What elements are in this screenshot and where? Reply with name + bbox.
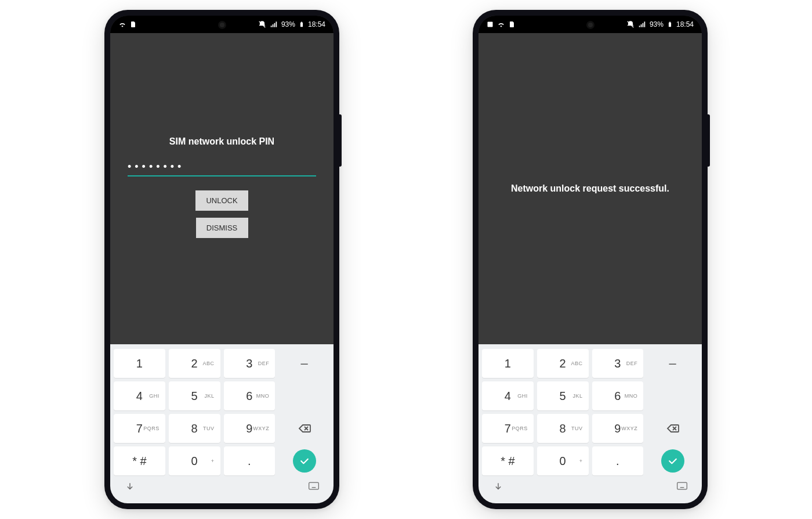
- screen: 93% 18:54 SIM network unlock PIN UNLOCK …: [110, 16, 334, 503]
- key-backspace[interactable]: [278, 414, 330, 443]
- key-1[interactable]: 1: [114, 349, 165, 378]
- status-left: [118, 20, 137, 28]
- key-dash[interactable]: –: [647, 349, 698, 378]
- key-9[interactable]: 9WXYZ: [592, 414, 644, 443]
- key-1[interactable]: 1: [482, 349, 534, 378]
- front-camera: [220, 23, 224, 27]
- screen: 93% 18:54 Network unlock request success…: [478, 16, 702, 503]
- unlock-prompt: SIM network unlock PIN UNLOCK DISMISS: [110, 33, 334, 344]
- clock: 18:54: [308, 20, 325, 28]
- status-right: 93% 18:54: [258, 20, 325, 28]
- key-7[interactable]: 7PQRS: [482, 414, 534, 443]
- numeric-keyboard: 12ABC3DEF–4GHI5JKL6MNO7PQRS8TUV9WXYZ* #0…: [478, 344, 702, 503]
- key-blank: [647, 381, 698, 410]
- key-6[interactable]: 6MNO: [592, 381, 644, 410]
- battery-percent: 93%: [650, 20, 664, 28]
- key-submit[interactable]: [293, 449, 316, 473]
- key-0[interactable]: 0+: [537, 446, 589, 475]
- key-4[interactable]: 4GHI: [482, 381, 534, 410]
- key-9[interactable]: 9WXYZ: [224, 414, 276, 443]
- key-[interactable]: .: [224, 446, 276, 475]
- wifi-icon: [497, 20, 505, 28]
- key-2[interactable]: 2ABC: [537, 349, 589, 378]
- battery-icon: [667, 20, 673, 28]
- success-message: Network unlock request successful.: [511, 183, 669, 194]
- collapse-keyboard-icon[interactable]: [124, 481, 136, 495]
- key-7[interactable]: 7PQRS: [114, 414, 165, 443]
- signal-icon: [638, 20, 646, 28]
- key-2[interactable]: 2ABC: [169, 349, 220, 378]
- key-[interactable]: * #: [114, 446, 165, 475]
- signal-icon: [270, 20, 278, 28]
- key-3[interactable]: 3DEF: [224, 349, 276, 378]
- prompt-title: SIM network unlock PIN: [169, 136, 274, 147]
- check-icon: [299, 455, 310, 467]
- phone-right: 93% 18:54 Network unlock request success…: [473, 10, 708, 509]
- dismiss-button[interactable]: DISMISS: [196, 218, 248, 238]
- key-0[interactable]: 0+: [169, 446, 220, 475]
- front-camera: [588, 23, 593, 27]
- svg-rect-4: [309, 482, 319, 489]
- svg-rect-10: [488, 22, 493, 27]
- unlock-button[interactable]: UNLOCK: [195, 190, 248, 211]
- pin-input[interactable]: [128, 158, 316, 176]
- key-blank: [278, 381, 330, 410]
- success-prompt: Network unlock request successful.: [478, 33, 702, 344]
- battery-percent: 93%: [281, 20, 295, 28]
- key-5[interactable]: 5JKL: [537, 381, 589, 410]
- key-[interactable]: * #: [482, 446, 534, 475]
- sim-icon: [509, 20, 516, 28]
- key-4[interactable]: 4GHI: [114, 381, 165, 410]
- key-8[interactable]: 8TUV: [169, 414, 220, 443]
- sim-icon: [130, 20, 137, 28]
- image-icon: [487, 21, 494, 28]
- keyboard-settings-icon[interactable]: [676, 481, 688, 495]
- key-backspace[interactable]: [647, 414, 698, 443]
- svg-rect-15: [677, 482, 687, 489]
- battery-icon: [299, 20, 304, 28]
- key-6[interactable]: 6MNO: [224, 381, 276, 410]
- clock: 18:54: [676, 20, 694, 28]
- numeric-keyboard: 12ABC3DEF–4GHI5JKL6MNO7PQRS8TUV9WXYZ* #0…: [110, 344, 334, 503]
- key-[interactable]: .: [592, 446, 644, 475]
- status-right: 93% 18:54: [626, 20, 694, 28]
- key-dash[interactable]: –: [278, 349, 330, 378]
- backspace-icon: [666, 421, 680, 435]
- key-8[interactable]: 8TUV: [537, 414, 589, 443]
- mute-icon: [626, 20, 635, 28]
- key-submit[interactable]: [661, 449, 684, 473]
- check-icon: [667, 455, 679, 467]
- keyboard-settings-icon[interactable]: [308, 481, 320, 495]
- backspace-icon: [298, 421, 311, 435]
- key-3[interactable]: 3DEF: [592, 349, 644, 378]
- key-5[interactable]: 5JKL: [169, 381, 220, 410]
- status-left: [487, 20, 516, 28]
- collapse-keyboard-icon[interactable]: [492, 481, 504, 495]
- wifi-icon: [118, 20, 126, 28]
- phone-left: 93% 18:54 SIM network unlock PIN UNLOCK …: [104, 10, 339, 509]
- mute-icon: [258, 20, 266, 28]
